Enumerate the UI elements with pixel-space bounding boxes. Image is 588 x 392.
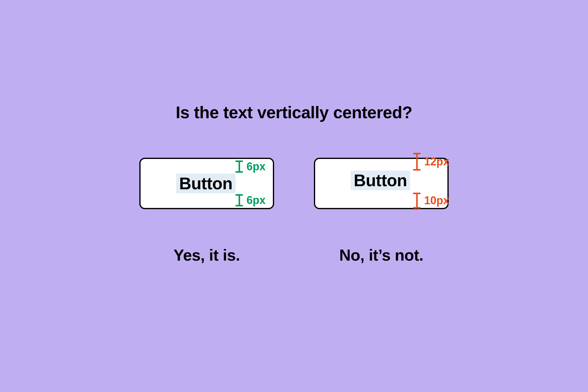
measurement-top: 12px [413,153,449,171]
measure-value-bottom: 10px [424,194,449,207]
measure-bracket-icon [413,153,420,171]
example-incorrect: Button 12px 10px [314,158,449,264]
button-label: Button [354,172,407,189]
button-box-correct: Button 6px 6px [139,158,274,209]
button-box-incorrect: Button 12px 10px [314,158,449,209]
caption-correct: Yes, it is. [173,246,240,264]
measure-value-top: 12px [424,155,449,168]
measure-value-bottom: 6px [247,194,266,207]
button-label-highlight: Button [351,171,410,190]
measure-bracket-icon [236,160,243,173]
measurement-bottom: 6px [236,194,266,207]
measurement-top: 6px [236,160,266,173]
caption-incorrect: No, it’s not. [339,246,424,264]
diagram-canvas: Is the text vertically centered? Button … [74,49,514,343]
measure-value-top: 6px [247,160,266,173]
button-label-highlight: Button [176,174,236,193]
example-correct: Button 6px 6px [139,158,274,264]
measure-bracket-icon [236,194,243,206]
measurement-bottom: 10px [413,193,449,209]
diagram-title: Is the text vertically centered? [74,103,514,122]
examples-row: Button 6px 6px [74,158,514,264]
button-label: Button [179,175,232,192]
measure-bracket-icon [413,193,420,209]
